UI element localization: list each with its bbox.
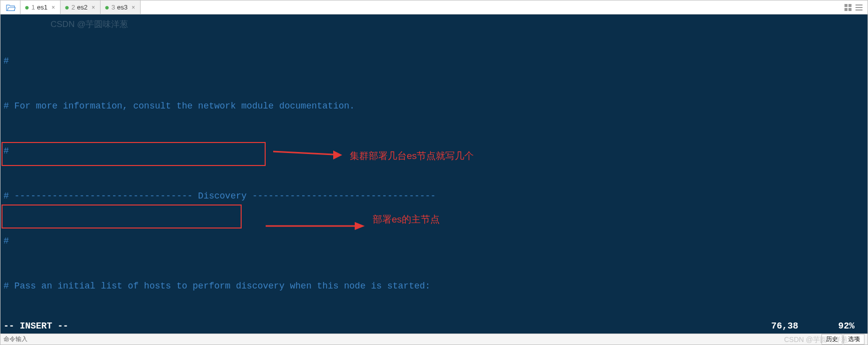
svg-rect-1 (848, 4, 851, 7)
history-button[interactable]: 历史 (821, 334, 842, 344)
editor-area[interactable]: CSDN @芋圆味洋葱 # # For more information, co… (1, 14, 867, 334)
svg-rect-2 (844, 8, 847, 11)
editor-window: ● 1 es1 × ● 2 es2 × ● 3 es3 × CSDN @芋圆味洋… (0, 0, 868, 345)
svg-rect-5 (855, 7, 862, 8)
folder-open-icon[interactable] (1, 0, 21, 14)
toolbar-right (843, 0, 867, 14)
svg-rect-6 (855, 10, 862, 10)
annotation-2: 部署es的主节点 (373, 212, 440, 227)
grid-view-icon[interactable] (843, 3, 852, 12)
menu-icon[interactable] (854, 3, 863, 12)
code-content: # # For more information, consult the ne… (4, 24, 867, 334)
tab-es3[interactable]: ● 3 es3 × (101, 0, 141, 14)
code-line: # For more information, consult the netw… (4, 98, 867, 114)
vim-mode: -- INSERT -- (4, 318, 69, 334)
code-line: # Pass an initial list of hosts to perfo… (4, 278, 867, 294)
code-line: # --------------------------------- Disc… (4, 188, 867, 204)
modified-dot-icon: ● (25, 4, 30, 12)
options-button[interactable]: 选项 (843, 334, 864, 344)
svg-rect-3 (848, 8, 851, 11)
code-line: # (4, 54, 867, 68)
command-prompt-label[interactable]: 命令输入 (4, 335, 28, 344)
modified-dot-icon: ● (105, 4, 110, 12)
svg-rect-0 (844, 4, 847, 7)
vim-status-bar: -- INSERT -- 76,38 92% (1, 318, 867, 334)
tab-label: es3 (117, 4, 128, 11)
close-icon[interactable]: × (92, 4, 95, 11)
bottom-bar: 命令输入 历史 选项 CSDN @芋圆味洋葱 (1, 334, 867, 344)
tab-bar: ● 1 es1 × ● 2 es2 × ● 3 es3 × (1, 0, 867, 14)
scroll-percent: 92% (838, 318, 854, 334)
tab-es2[interactable]: ● 2 es2 × (61, 0, 101, 14)
svg-rect-4 (855, 4, 862, 6)
tab-label: es2 (77, 4, 88, 11)
tab-number: 2 (72, 4, 75, 11)
cursor-position: 76,38 (771, 318, 798, 334)
annotation-1: 集群部署几台es节点就写几个 (350, 148, 474, 164)
close-icon[interactable]: × (132, 4, 135, 11)
tab-label: es1 (37, 4, 48, 11)
tab-number: 1 (32, 4, 35, 11)
tab-number: 3 (112, 4, 115, 11)
tab-es1[interactable]: ● 1 es1 × (21, 0, 61, 14)
close-icon[interactable]: × (52, 4, 55, 11)
code-line: # (4, 234, 867, 248)
modified-dot-icon: ● (65, 4, 70, 12)
